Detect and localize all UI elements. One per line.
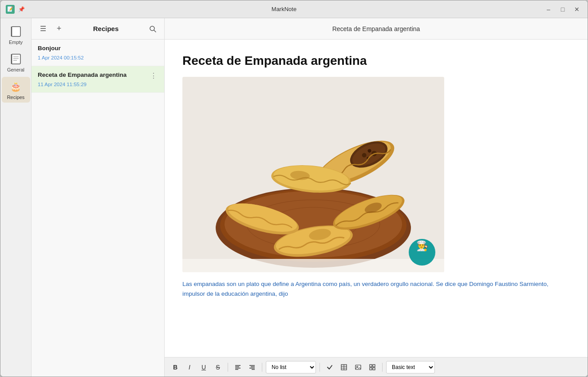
toolbar-separator-2 <box>262 363 262 372</box>
app-window: 📝 📌 MarkNote – □ ✕ Empty <box>0 0 588 377</box>
editor-panel: Receta de Empanada argentina Receta de E… <box>165 18 588 377</box>
svg-text:👨‍🍳: 👨‍🍳 <box>416 240 429 252</box>
sidebar: Empty General 🎂 Recipes <box>0 18 32 377</box>
minimize-button[interactable]: – <box>543 4 554 15</box>
sidebar-item-general[interactable]: General <box>2 49 30 75</box>
sidebar-item-empty[interactable]: Empty <box>2 22 30 48</box>
app-icon: 📝 <box>6 5 15 14</box>
sidebar-item-recipes[interactable]: 🎂 Recipes <box>2 77 30 103</box>
check-button[interactable] <box>324 361 336 373</box>
svg-rect-50 <box>355 365 361 369</box>
strikethrough-button[interactable]: S <box>212 361 224 373</box>
empty-icon <box>9 24 23 39</box>
svg-rect-54 <box>370 368 372 370</box>
align-left-button[interactable] <box>232 361 244 373</box>
align-right-button[interactable] <box>246 361 258 373</box>
note-item-bonjour-header: Bonjour ⋮ <box>38 45 158 53</box>
svg-rect-2 <box>12 54 20 64</box>
main-area: Empty General 🎂 Recipes <box>0 18 588 377</box>
document-body-text: Las empanadas son un plato que define a … <box>182 279 570 298</box>
app-title: MarkNote <box>272 6 296 12</box>
recipe-image: 👨‍🍳 <box>182 77 444 272</box>
pin-icon[interactable]: 📌 <box>18 6 25 12</box>
maximize-button[interactable]: □ <box>557 4 568 15</box>
note-date-bonjour: 1 Apr 2024 00:15:52 <box>38 55 158 60</box>
note-date-empanada: 11 Apr 2024 11:55:29 <box>38 82 158 87</box>
note-title-empanada: Receta de Empanada argentina <box>38 71 149 78</box>
toolbar-separator-1 <box>228 363 228 372</box>
editor-header: Receta de Empanada argentina <box>165 18 588 40</box>
note-list-panel: ☰ + Recipes Bonjour ⋮ 1 Apr 2024 00:15:5… <box>32 18 165 377</box>
note-item-empanada-header: Receta de Empanada argentina ⋮ <box>38 71 158 80</box>
underline-button[interactable]: U <box>197 361 210 373</box>
hamburger-menu-button[interactable]: ☰ <box>37 23 49 35</box>
table-button[interactable] <box>338 361 350 373</box>
svg-line-8 <box>154 30 156 32</box>
note-list-title: Recipes <box>69 25 143 32</box>
grid-button[interactable] <box>366 361 379 373</box>
svg-rect-53 <box>373 365 375 367</box>
svg-rect-55 <box>373 368 375 370</box>
image-button[interactable] <box>352 361 364 373</box>
note-menu-button-empanada[interactable]: ⋮ <box>149 71 158 80</box>
italic-button[interactable]: I <box>183 361 196 373</box>
editor-content[interactable]: Receta de Empanada argentina <box>165 40 588 357</box>
title-bar-left: 📝 📌 <box>6 5 25 14</box>
svg-rect-35 <box>182 259 444 272</box>
editor-toolbar: B I U S No list Bullet list Numbered lis… <box>165 357 588 377</box>
close-button[interactable]: ✕ <box>572 4 582 15</box>
note-item-empanada[interactable]: Receta de Empanada argentina ⋮ 11 Apr 20… <box>32 66 164 93</box>
sidebar-item-general-label: General <box>7 67 24 72</box>
toolbar-separator-4 <box>382 363 383 372</box>
list-style-select[interactable]: No list Bullet list Numbered list Check … <box>266 361 316 373</box>
title-bar: 📝 📌 MarkNote – □ ✕ <box>0 0 588 18</box>
svg-rect-0 <box>12 27 20 36</box>
window-controls: – □ ✕ <box>543 4 582 15</box>
bold-button[interactable]: B <box>169 361 182 373</box>
text-style-select[interactable]: Basic text Heading 1 Heading 2 Heading 3… <box>386 361 435 373</box>
add-note-button[interactable]: + <box>53 23 65 35</box>
sidebar-item-recipes-label: Recipes <box>7 95 25 100</box>
recipes-icon: 🎂 <box>9 79 23 94</box>
toolbar-separator-3 <box>320 363 320 372</box>
sidebar-item-empty-label: Empty <box>9 40 23 45</box>
note-title-bonjour: Bonjour <box>38 45 149 52</box>
general-icon <box>9 52 23 66</box>
svg-rect-52 <box>370 365 372 367</box>
document-title: Receta de Empanada argentina <box>182 54 570 68</box>
note-item-bonjour[interactable]: Bonjour ⋮ 1 Apr 2024 00:15:52 <box>32 40 164 66</box>
note-list-header: ☰ + Recipes <box>32 18 164 40</box>
search-button[interactable] <box>146 23 159 35</box>
editor-header-title: Receta de Empanada argentina <box>332 25 420 32</box>
